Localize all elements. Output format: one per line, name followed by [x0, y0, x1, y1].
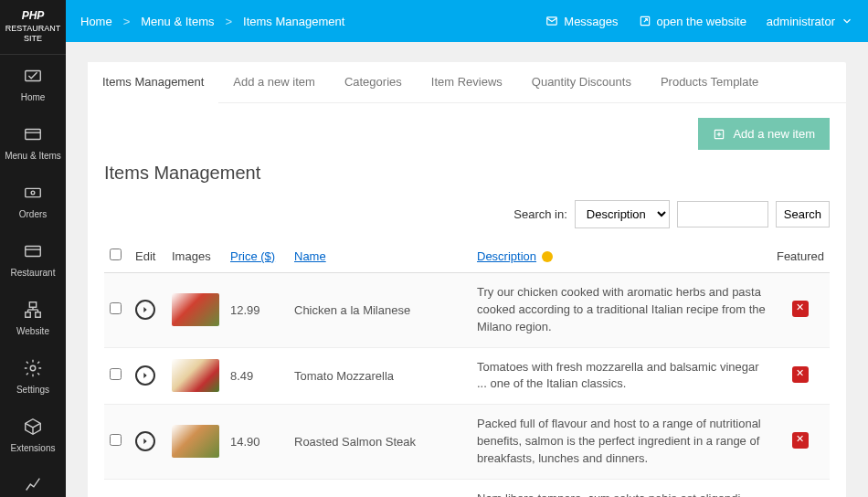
- featured-badge[interactable]: [792, 432, 809, 449]
- orders-icon: [4, 183, 62, 205]
- select-all-checkbox[interactable]: [110, 248, 122, 260]
- table-row: 12.99Chicken a la MilaneseTry our chicke…: [104, 273, 830, 348]
- sidebar-item-statistics[interactable]: Statistics: [0, 464, 66, 497]
- user-label: administrator: [767, 15, 835, 28]
- cell-description: Tomatoes with fresh mozzarella and balsa…: [471, 347, 771, 405]
- table-row: 8.49Tomato MozzarellaTomatoes with fresh…: [104, 347, 830, 405]
- items-table: Edit Images Price ($) Name Description F…: [104, 239, 830, 497]
- sidebar: PHP RESTAURANT SITE Home Menu & Items Or…: [0, 0, 66, 497]
- table-row: 14.90Roasted Salmon SteakPacked full of …: [104, 405, 830, 480]
- sidebar-item-home[interactable]: Home: [0, 55, 66, 113]
- cell-name: Tomato Mozzarella: [289, 347, 471, 405]
- brand-line1: PHP: [4, 9, 62, 24]
- cell-name: Roasted Salmon Steak: [289, 405, 471, 480]
- col-edit: Edit: [130, 239, 166, 273]
- sidebar-item-label: Home: [21, 92, 46, 102]
- search-button[interactable]: Search: [776, 201, 830, 227]
- open-site-link[interactable]: open the website: [639, 15, 746, 28]
- svg-point-14: [30, 365, 36, 371]
- tab-categories[interactable]: Categories: [330, 62, 417, 102]
- sidebar-item-label: Settings: [16, 385, 49, 395]
- sidebar-item-label: Menu & Items: [5, 151, 61, 161]
- topbar: Home > Menu & Items > Items Management M…: [66, 0, 868, 42]
- row-checkbox[interactable]: [110, 302, 122, 314]
- user-menu[interactable]: administrator: [767, 15, 853, 28]
- cell-description: Nam libero tempore, cum soluta nobis est…: [471, 479, 771, 497]
- col-images: Images: [166, 239, 225, 273]
- svg-rect-3: [26, 188, 41, 196]
- breadcrumb: Home > Menu & Items > Items Management: [80, 15, 344, 28]
- col-description-sort[interactable]: Description: [477, 249, 536, 263]
- svg-rect-8: [26, 312, 31, 318]
- cell-description: Try our chicken cooked with aromatic her…: [471, 273, 771, 348]
- stats-icon: [4, 475, 62, 497]
- sort-indicator-icon: [542, 251, 553, 262]
- item-thumbnail[interactable]: [172, 293, 219, 326]
- brand-logo: PHP RESTAURANT SITE: [0, 0, 66, 55]
- arrow-right-icon: [141, 371, 150, 380]
- sidebar-item-extensions[interactable]: Extensions: [0, 406, 66, 464]
- edit-button[interactable]: [135, 365, 155, 386]
- cube-icon: [4, 417, 62, 439]
- search-label: Search in:: [513, 207, 567, 221]
- arrow-right-icon: [141, 437, 150, 446]
- add-item-button[interactable]: Add a new item: [698, 118, 830, 150]
- tab-reviews[interactable]: Item Reviews: [417, 62, 517, 102]
- col-featured: Featured: [771, 239, 830, 273]
- page-title: Items Management: [104, 163, 830, 184]
- menu-icon: [4, 124, 62, 146]
- row-checkbox[interactable]: [110, 434, 122, 446]
- cell-price: 9.00: [225, 479, 289, 497]
- brand-line2: RESTAURANT: [4, 24, 62, 35]
- edit-button[interactable]: [135, 300, 155, 320]
- home-icon: [4, 66, 62, 88]
- sidebar-item-restaurant[interactable]: Restaurant: [0, 230, 66, 289]
- item-thumbnail[interactable]: [172, 425, 219, 458]
- featured-badge[interactable]: [792, 301, 809, 317]
- plus-icon: [713, 128, 725, 141]
- sidebar-item-orders[interactable]: Orders: [0, 172, 66, 230]
- svg-rect-9: [36, 312, 41, 318]
- breadcrumb-menu[interactable]: Menu & Items: [141, 15, 214, 28]
- cell-description: Packed full of flavour and host to a ran…: [471, 405, 771, 480]
- svg-point-4: [31, 191, 35, 195]
- edit-button[interactable]: [135, 431, 155, 451]
- sidebar-item-menu[interactable]: Menu & Items: [0, 113, 66, 172]
- search-bar: Search in: Description Search: [104, 200, 830, 228]
- messages-link[interactable]: Messages: [545, 15, 618, 28]
- sidebar-item-website[interactable]: Website: [0, 289, 66, 347]
- chevron-right-icon: >: [123, 15, 131, 28]
- chevron-right-icon: >: [225, 15, 232, 28]
- open-site-label: open the website: [657, 15, 746, 28]
- col-price-sort[interactable]: Price ($): [230, 249, 275, 263]
- cell-name: Chicken a la Milanese: [289, 273, 471, 348]
- external-icon: [639, 15, 651, 27]
- tab-template[interactable]: Products Template: [646, 62, 773, 102]
- cell-price: 12.99: [225, 273, 289, 348]
- breadcrumb-home[interactable]: Home: [80, 15, 112, 28]
- gear-icon: [4, 358, 62, 380]
- sidebar-item-settings[interactable]: Settings: [0, 347, 66, 406]
- cell-name: Pancakes with Maple Syrup: [289, 479, 471, 497]
- item-thumbnail[interactable]: [172, 359, 219, 392]
- sidebar-item-label: Extensions: [11, 443, 56, 453]
- row-checkbox[interactable]: [110, 368, 122, 380]
- search-field-select[interactable]: Description: [575, 200, 670, 228]
- svg-rect-5: [26, 246, 41, 256]
- tab-items-management[interactable]: Items Management: [88, 62, 218, 103]
- svg-rect-7: [29, 302, 36, 308]
- cell-price: 14.90: [225, 405, 289, 480]
- sidebar-item-label: Restaurant: [11, 268, 56, 278]
- add-item-label: Add a new item: [733, 127, 815, 141]
- arrow-right-icon: [141, 305, 150, 314]
- chevron-down-icon: [841, 15, 853, 27]
- cell-price: 8.49: [225, 347, 289, 405]
- tab-add-item[interactable]: Add a new item: [218, 62, 330, 102]
- breadcrumb-current: Items Management: [243, 15, 344, 28]
- search-input[interactable]: [677, 201, 768, 227]
- tab-discounts[interactable]: Quantity Discounts: [517, 62, 646, 102]
- restaurant-icon: [4, 241, 62, 263]
- col-name-sort[interactable]: Name: [294, 249, 326, 263]
- featured-badge[interactable]: [792, 366, 809, 383]
- sidebar-item-label: Orders: [19, 209, 48, 219]
